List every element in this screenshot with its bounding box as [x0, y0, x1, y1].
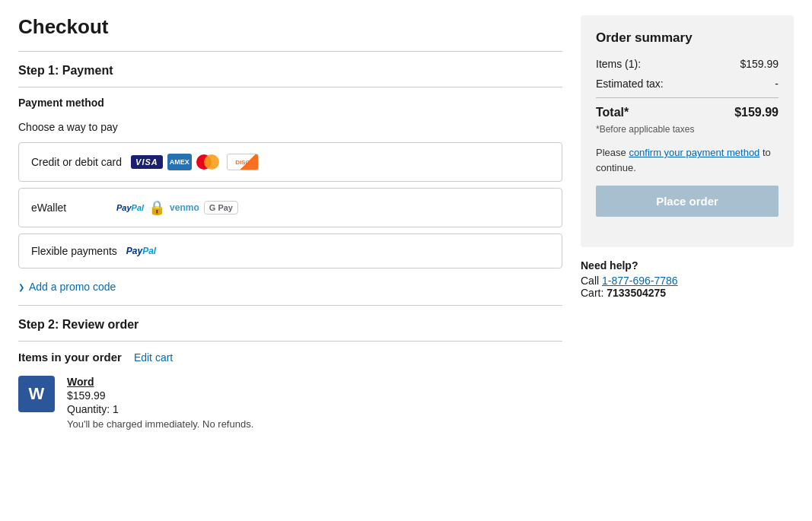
step2-divider — [18, 341, 562, 342]
product-quantity: Quantity: 1 — [67, 403, 562, 415]
promo-code-link[interactable]: ❯ Add a promo code — [18, 281, 562, 293]
ewallet-label: eWallet — [31, 202, 107, 214]
total-label: Total* — [596, 106, 629, 119]
promo-code-label: Add a promo code — [29, 281, 116, 293]
choose-way-label: Choose a way to pay — [18, 121, 562, 133]
chevron-right-icon: ❯ — [18, 283, 24, 291]
items-header: Items in your order Edit cart — [18, 351, 562, 364]
card-icons: VISA AMEX DISC — [131, 154, 259, 170]
need-help-title: Need help? — [581, 259, 794, 272]
total-value: $159.99 — [734, 106, 779, 119]
tax-label: Estimated tax: — [596, 78, 664, 90]
amex-icon: AMEX — [167, 154, 192, 170]
title-divider — [18, 51, 562, 52]
cart-number: 7133504275 — [607, 287, 666, 299]
help-call-row: Call 1-877-696-7786 — [581, 275, 794, 287]
product-note: You'll be charged immediately. No refund… — [67, 418, 562, 430]
tax-value: - — [775, 78, 779, 90]
product-price: $159.99 — [67, 389, 562, 402]
flexible-payments-label: Flexible payments — [31, 245, 117, 257]
items-label: Items (1): — [596, 58, 641, 70]
items-in-order-title: Items in your order — [18, 351, 122, 364]
confirm-message: Please confirm your payment method to co… — [596, 145, 779, 175]
items-row: Items (1): $159.99 — [596, 58, 779, 70]
product-row: W Word $159.99 Quantity: 1 You'll be cha… — [18, 376, 562, 430]
before-tax-note: *Before applicable taxes — [596, 124, 779, 135]
order-summary-title: Order summary — [596, 30, 779, 46]
place-order-button[interactable]: Place order — [596, 186, 779, 217]
mastercard-icon — [196, 154, 222, 170]
total-row: Total* $159.99 — [596, 106, 779, 119]
paypal-credit-icon: PayPal — [126, 246, 156, 256]
payment-method-label: Payment method — [18, 97, 562, 109]
page-title: Checkout — [18, 15, 562, 39]
need-help-section: Need help? Call 1-877-696-7786 Cart: 713… — [581, 259, 794, 299]
discover-icon: DISC — [227, 154, 259, 170]
help-cart-row: Cart: 7133504275 — [581, 287, 794, 299]
main-content: Checkout Step 1: Payment Payment method … — [18, 15, 562, 430]
edit-cart-link[interactable]: Edit cart — [134, 351, 173, 364]
flexible-icons: PayPal — [126, 246, 156, 256]
gpay-icon: G Pay — [204, 201, 238, 214]
lock-icon: 🔒 — [148, 199, 165, 216]
product-name[interactable]: Word — [67, 376, 562, 388]
credit-card-label: Credit or debit card — [31, 156, 122, 168]
paypal-icon: PayPal — [116, 203, 144, 212]
order-summary-box: Order summary Items (1): $159.99 Estimat… — [581, 15, 794, 247]
call-label: Call — [581, 275, 602, 287]
ewallet-option[interactable]: eWallet PayPal 🔒 venmo G Pay — [18, 188, 562, 227]
step1-divider — [18, 87, 562, 87]
tax-row: Estimated tax: - — [596, 78, 779, 90]
step2-title: Step 2: Review order — [18, 318, 562, 332]
visa-icon: VISA — [131, 155, 163, 169]
confirm-payment-link[interactable]: confirm your payment method — [629, 147, 759, 158]
cart-label: Cart: — [581, 287, 607, 299]
venmo-icon: venmo — [170, 202, 199, 213]
items-value: $159.99 — [740, 58, 779, 70]
step1-title: Step 1: Payment — [18, 64, 562, 78]
product-details: Word $159.99 Quantity: 1 You'll be charg… — [67, 376, 562, 430]
summary-divider — [596, 97, 779, 98]
confirm-prefix: Please — [596, 147, 629, 158]
flexible-payments-option[interactable]: Flexible payments PayPal — [18, 233, 562, 268]
word-icon: W — [18, 376, 55, 412]
credit-card-option[interactable]: Credit or debit card VISA AMEX DISC — [18, 142, 562, 182]
ewallet-icons: PayPal 🔒 venmo G Pay — [116, 199, 238, 216]
promo-divider — [18, 305, 562, 306]
sidebar: Order summary Items (1): $159.99 Estimat… — [581, 15, 794, 430]
help-phone-link[interactable]: 1-877-696-7786 — [602, 275, 678, 287]
